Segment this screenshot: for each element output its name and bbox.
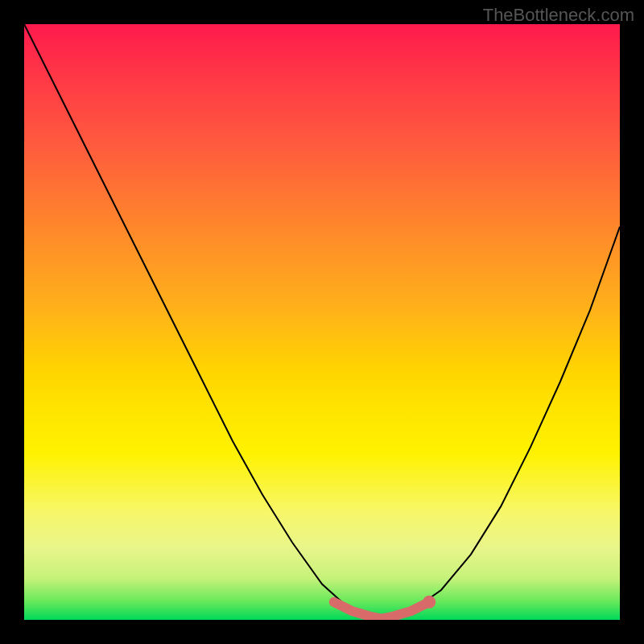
plot-area [24, 24, 620, 620]
curve-svg [24, 24, 620, 620]
watermark-label: TheBottleneck.com [483, 5, 634, 26]
highlight-region [334, 602, 429, 619]
chart-container: TheBottleneck.com [0, 0, 644, 644]
highlight-end-dot [423, 596, 436, 609]
bottleneck-curve [24, 24, 620, 620]
